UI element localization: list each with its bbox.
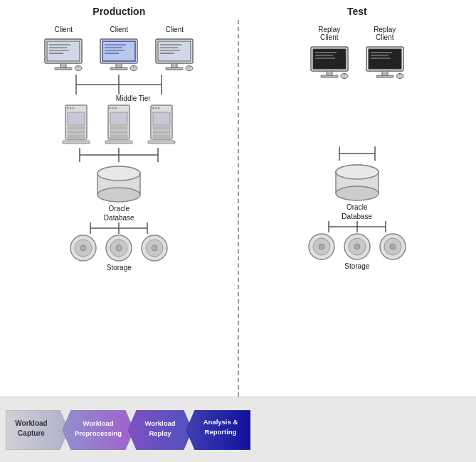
- storage-row-test: Storage: [307, 232, 407, 270]
- svg-text:Workload: Workload: [144, 419, 175, 427]
- svg-rect-41: [68, 135, 85, 138]
- prod-server-oracle-lines: [65, 148, 172, 162]
- disc-3-prod: [140, 234, 169, 272]
- headers-row: Production Test: [0, 0, 476, 20]
- svg-rect-91: [315, 55, 333, 56]
- disc-1-test: [307, 232, 336, 270]
- svg-point-37: [73, 107, 75, 109]
- disc-2-prod: Storage: [105, 234, 133, 272]
- disc-icon-3-test: [379, 232, 407, 261]
- client-2: Client: [97, 26, 140, 72]
- client-2-label: Client: [110, 26, 128, 33]
- oracle-db-section-prod: Oracle Database: [90, 165, 147, 222]
- server-2: [102, 104, 135, 146]
- svg-rect-15: [105, 53, 119, 54]
- client-3-label: Client: [165, 26, 184, 33]
- test-client-oracle-lines: [314, 146, 400, 161]
- client-1: Client: [42, 26, 85, 72]
- clients-row-test: ReplayClient ReplayClien: [308, 26, 406, 80]
- prod-client-server-lines: [58, 75, 179, 95]
- middle-tier-section: Middle Tier: [0, 95, 238, 148]
- clients-row-production: Client: [42, 26, 196, 72]
- production-side: Client: [0, 20, 238, 397]
- disc-icon-2-test: [343, 232, 371, 261]
- production-header: Production: [0, 6, 238, 17]
- prod-oracle-storage-line: [76, 222, 162, 234]
- svg-text:Workload: Workload: [15, 419, 47, 427]
- svg-rect-16: [116, 63, 122, 68]
- svg-rect-58: [153, 131, 170, 134]
- svg-point-67: [97, 188, 140, 202]
- oracle-label-prod: Oracle Database: [104, 204, 134, 222]
- svg-rect-2: [49, 44, 70, 45]
- monitor-icon-3: [153, 36, 196, 72]
- server-icon-3: [145, 104, 178, 146]
- svg-rect-93: [327, 71, 332, 75]
- servers-row: [60, 104, 178, 146]
- svg-text:Reporting: Reporting: [205, 428, 237, 436]
- svg-text:Workload: Workload: [83, 419, 113, 427]
- svg-rect-57: [153, 127, 170, 129]
- svg-rect-48: [110, 127, 127, 129]
- svg-point-54: [155, 107, 157, 109]
- oracle-label-test: Oracle Database: [342, 203, 372, 221]
- svg-point-44: [110, 107, 112, 109]
- svg-rect-26: [171, 63, 177, 68]
- svg-rect-24: [160, 50, 180, 51]
- server-icon-1: [60, 104, 92, 146]
- svg-rect-59: [153, 135, 170, 138]
- disc-icon-1-prod: [69, 234, 97, 262]
- svg-rect-23: [160, 47, 178, 48]
- replay-arrow-svg: Workload Replay: [128, 410, 192, 450]
- svg-rect-102: [382, 71, 388, 75]
- svg-rect-56: [153, 112, 170, 125]
- svg-rect-51: [105, 141, 132, 144]
- replay-client-1-label: ReplayClient: [318, 26, 340, 41]
- svg-rect-90: [315, 52, 337, 53]
- svg-rect-42: [63, 141, 90, 144]
- storage-label-test: Storage: [344, 262, 369, 270]
- svg-rect-17: [110, 68, 127, 70]
- svg-point-46: [115, 107, 117, 109]
- svg-point-36: [70, 107, 72, 109]
- svg-rect-40: [68, 131, 85, 134]
- svg-rect-5: [49, 53, 63, 54]
- svg-point-55: [158, 107, 160, 109]
- svg-point-68: [97, 166, 140, 181]
- svg-rect-12: [105, 44, 126, 45]
- server-1: [60, 104, 92, 146]
- oracle-db-icon-prod: [90, 165, 147, 204]
- oracle-db-icon-test: [329, 163, 386, 203]
- svg-text:Preprocessing: Preprocessing: [75, 429, 122, 437]
- diagram-container: Production Test Client: [0, 0, 476, 462]
- svg-point-119: [319, 244, 324, 249]
- replay-monitor-icon-1: [308, 44, 351, 80]
- svg-rect-3: [49, 47, 67, 48]
- replay-client-1: ReplayClient: [308, 26, 351, 80]
- svg-rect-101: [371, 58, 391, 59]
- svg-point-125: [390, 244, 396, 249]
- svg-rect-22: [160, 44, 181, 45]
- svg-point-45: [112, 107, 115, 109]
- preprocessing-arrow-svg: Workload Preprocessing: [63, 410, 134, 450]
- svg-rect-38: [68, 112, 85, 125]
- svg-text:Analysis &: Analysis &: [203, 418, 238, 426]
- preprocessing-arrow: Workload Preprocessing: [63, 410, 134, 450]
- test-side: ReplayClient ReplayClien: [238, 20, 477, 397]
- test-header: Test: [238, 6, 477, 17]
- svg-rect-99: [371, 52, 392, 53]
- svg-rect-14: [105, 50, 125, 51]
- oracle-db-section-test: Oracle Database: [329, 163, 386, 221]
- disc-icon-1-test: [307, 232, 336, 261]
- svg-rect-4: [49, 50, 69, 51]
- middle-tier-label: Middle Tier: [116, 95, 151, 102]
- svg-rect-60: [148, 141, 175, 144]
- client-3: Client: [153, 26, 196, 72]
- svg-point-35: [67, 107, 69, 109]
- svg-point-122: [354, 244, 360, 249]
- svg-text:Replay: Replay: [149, 429, 171, 437]
- svg-rect-50: [110, 135, 127, 138]
- svg-rect-94: [321, 75, 338, 77]
- disc-3-test: [379, 232, 407, 270]
- svg-rect-47: [110, 112, 127, 125]
